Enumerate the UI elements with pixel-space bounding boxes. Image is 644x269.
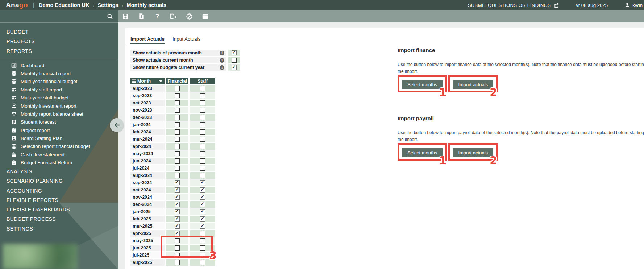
financial-checkbox-apr-2024[interactable] — [175, 144, 180, 149]
sidebar-section-settings[interactable]: SETTINGS — [0, 224, 118, 233]
financial-checkbox-aug-2024[interactable] — [175, 173, 180, 178]
financial-checkbox-feb-2025[interactable] — [175, 216, 180, 222]
staff-checkbox-nov-2023[interactable] — [200, 108, 205, 113]
staff-checkbox-sep-2024[interactable] — [200, 180, 205, 185]
staff-checkbox-mar-2025[interactable] — [200, 224, 205, 229]
sidebar-item-cash-flow-statement[interactable]: Cash flow statement — [0, 150, 118, 158]
sidebar-section-reports[interactable]: REPORTS — [0, 46, 118, 56]
submit-questions-link[interactable]: SUBMIT QUESTIONS OR FINDINGS — [468, 3, 559, 8]
user-menu[interactable]: kvdh — [624, 2, 643, 8]
info-icon[interactable]: i — [220, 51, 224, 55]
financial-checkbox-sep-2024[interactable] — [175, 180, 180, 185]
breadcrumb-item-settings[interactable]: Settings — [97, 2, 118, 8]
financial-checkbox-jul-2025[interactable] — [175, 253, 180, 258]
financial-checkbox-mar-2024[interactable] — [175, 137, 180, 142]
sidebar-item-monthly-financial-report[interactable]: Monthly financial report — [0, 69, 118, 77]
sidebar-section-accounting[interactable]: ACCOUNTING — [0, 186, 118, 195]
financial-column-header[interactable]: Financial — [166, 78, 188, 84]
tab-input-actuals[interactable]: Input Actuals — [173, 36, 200, 44]
staff-column-header[interactable]: Staff — [190, 78, 215, 84]
payroll-import-actuals-button[interactable]: Import actuals — [453, 148, 493, 157]
sidebar-item-monthly-staff-report[interactable]: Monthly staff report — [0, 86, 118, 94]
financial-checkbox-dec-2023[interactable] — [175, 115, 180, 120]
financial-checkbox-sep-2023[interactable] — [175, 93, 180, 98]
financial-checkbox-aug-2023[interactable] — [175, 86, 180, 91]
staff-checkbox-sep-2023[interactable] — [200, 93, 205, 98]
sidebar-item-project-report[interactable]: Project report — [0, 126, 118, 134]
financial-checkbox-nov-2024[interactable] — [175, 195, 180, 200]
search-icon[interactable] — [106, 13, 113, 20]
staff-checkbox-jul-2024[interactable] — [200, 166, 205, 171]
financial-checkbox-may-2024[interactable] — [175, 151, 180, 156]
save-icon[interactable] — [122, 13, 129, 20]
app-logo[interactable]: Anago — [6, 1, 28, 9]
block-icon[interactable] — [186, 13, 193, 20]
payroll-select-months-button[interactable]: Select months — [402, 148, 443, 157]
option-checkbox-show-actuals-of-previous-month[interactable] — [232, 50, 237, 55]
breadcrumb-item-monthly-actuals[interactable]: Monthly actuals — [127, 2, 167, 8]
sidebar-item-monthly-report-balance-sheet[interactable]: Monthly report balance sheet — [0, 110, 118, 118]
staff-checkbox-apr-2024[interactable] — [200, 144, 205, 149]
staff-checkbox-aug-2025[interactable] — [200, 260, 205, 265]
sidebar-item-multi-year-staff-budget[interactable]: Multi-year staff budget — [0, 94, 118, 102]
sidebar-section-flexible-reports[interactable]: FLEXIBLE REPORTS — [0, 195, 118, 205]
financial-checkbox-oct-2024[interactable] — [175, 187, 180, 193]
sidebar-item-dashboard[interactable]: Dashboard — [0, 61, 118, 69]
window-icon[interactable] — [201, 13, 209, 20]
staff-checkbox-aug-2023[interactable] — [200, 86, 205, 91]
sidebar-section-projects[interactable]: PROJECTS — [0, 37, 118, 46]
sidebar-item-board-staffing-plan[interactable]: Board Staffing Plan — [0, 134, 118, 142]
staff-checkbox-may-2024[interactable] — [200, 151, 205, 156]
staff-checkbox-aug-2024[interactable] — [200, 173, 205, 178]
financial-checkbox-oct-2023[interactable] — [175, 100, 180, 105]
sidebar-section-scenario-planning[interactable]: SCENARIO PLANNING — [0, 176, 118, 186]
staff-checkbox-feb-2025[interactable] — [200, 216, 205, 222]
tab-import-actuals[interactable]: Import Actuals — [130, 36, 165, 44]
financial-checkbox-jun-2024[interactable] — [175, 158, 180, 164]
staff-checkbox-mar-2024[interactable] — [200, 137, 205, 142]
staff-checkbox-jun-2024[interactable] — [200, 158, 205, 164]
staff-checkbox-may-2025[interactable] — [200, 238, 205, 243]
financial-checkbox-jan-2024[interactable] — [175, 122, 180, 127]
staff-checkbox-nov-2024[interactable] — [200, 195, 205, 200]
staff-checkbox-jun-2025[interactable] — [200, 245, 205, 251]
financial-checkbox-mar-2025[interactable] — [175, 224, 180, 229]
sidebar-item-multi-year-financial-budget[interactable]: Multi-year financial budget — [0, 78, 118, 86]
financial-checkbox-apr-2025[interactable] — [175, 231, 180, 236]
sidebar-item-budget-forecast-return[interactable]: Budget Forecast Return — [0, 159, 118, 167]
staff-checkbox-oct-2024[interactable] — [200, 187, 205, 193]
sidebar-section-budget[interactable]: BUDGET — [0, 27, 118, 37]
staff-checkbox-dec-2023[interactable] — [200, 115, 205, 120]
option-checkbox-show-future-budgets-current-year[interactable] — [232, 65, 237, 70]
financial-checkbox-feb-2024[interactable] — [175, 129, 180, 134]
staff-checkbox-oct-2023[interactable] — [200, 100, 205, 105]
staff-checkbox-dec-2024[interactable] — [200, 202, 205, 207]
staff-checkbox-jan-2024[interactable] — [200, 122, 205, 127]
staff-checkbox-apr-2025[interactable] — [200, 231, 205, 236]
finance-select-months-button[interactable]: Select months — [402, 80, 443, 89]
info-icon[interactable]: i — [220, 65, 224, 70]
sidebar-item-monthly-investment-report[interactable]: Monthly investment report — [0, 102, 118, 110]
download-icon[interactable] — [138, 13, 145, 20]
option-checkbox-show-actuals-current-month[interactable] — [232, 58, 237, 63]
sidebar-section-analysis[interactable]: ANALYSIS — [0, 167, 118, 176]
breadcrumb-item-demo-education-uk[interactable]: Demo Education UK — [39, 2, 89, 8]
sidebar-section-flexible-dashboards[interactable]: FLEXIBLE DASHBOARDS — [0, 205, 118, 214]
sidebar-section-budget-process[interactable]: BUDGET PROCESS — [0, 214, 118, 224]
help-icon[interactable]: ? — [154, 13, 161, 20]
export-icon[interactable] — [170, 13, 177, 20]
sidebar-item-selection-report-financial-budget[interactable]: Selection report financial budget — [0, 142, 118, 150]
financial-checkbox-jun-2025[interactable] — [175, 245, 180, 251]
finance-import-actuals-button[interactable]: Import actuals — [453, 80, 493, 89]
financial-checkbox-jan-2025[interactable] — [175, 209, 180, 214]
financial-checkbox-nov-2023[interactable] — [175, 108, 180, 113]
staff-checkbox-jul-2025[interactable] — [200, 253, 205, 258]
info-icon[interactable]: i — [220, 58, 224, 63]
sidebar-item-student-forecast[interactable]: Student forecast — [0, 118, 118, 126]
financial-checkbox-may-2025[interactable] — [175, 238, 180, 243]
staff-checkbox-feb-2024[interactable] — [200, 129, 205, 134]
financial-checkbox-jul-2024[interactable] — [175, 166, 180, 171]
month-column-header[interactable]: Month — [130, 78, 165, 84]
financial-checkbox-aug-2025[interactable] — [175, 260, 180, 265]
sidebar-collapse-button[interactable] — [110, 118, 124, 132]
